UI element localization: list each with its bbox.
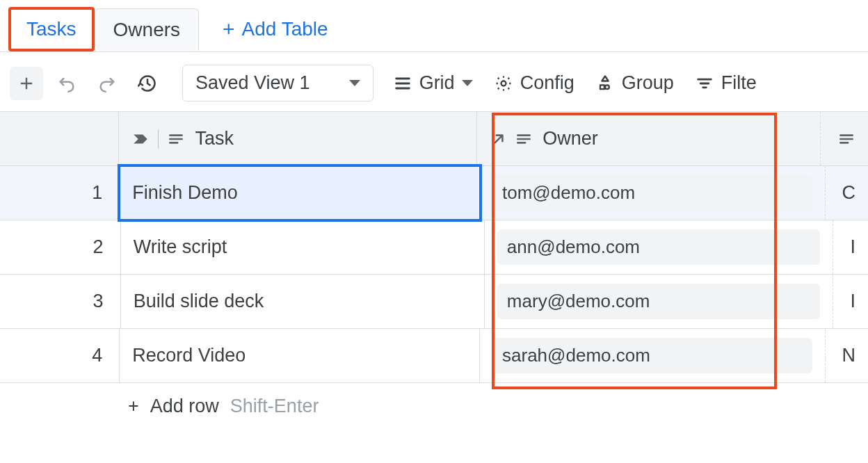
filter-button[interactable]: Filte bbox=[688, 65, 764, 101]
add-row-button[interactable]: + Add row Shift-Enter bbox=[0, 383, 868, 417]
table-row[interactable]: 2 Write script ann@demo.com I bbox=[0, 220, 868, 275]
cell-extra[interactable]: N bbox=[826, 329, 869, 382]
toolbar: Saved View 1 Grid Config Group Filte bbox=[0, 51, 868, 111]
row-number: 3 bbox=[0, 275, 121, 328]
grid-view-dropdown[interactable]: Grid bbox=[386, 65, 480, 101]
text-icon bbox=[837, 130, 855, 148]
redo-button[interactable] bbox=[90, 67, 124, 100]
undo-icon bbox=[57, 74, 77, 93]
filter-label: Filte bbox=[721, 72, 757, 94]
cell-owner[interactable]: tom@demo.com bbox=[480, 166, 825, 220]
plus-icon bbox=[17, 74, 36, 93]
row-number: 4 bbox=[0, 329, 120, 382]
cell-owner[interactable]: sarah@demo.com bbox=[480, 329, 825, 382]
plus-icon: + bbox=[223, 17, 235, 41]
cell-task[interactable]: Record Video bbox=[120, 329, 480, 382]
row-number: 2 bbox=[0, 220, 121, 274]
gear-icon bbox=[494, 74, 513, 93]
divider bbox=[158, 129, 159, 149]
table-row[interactable]: 3 Build slide deck mary@demo.com I bbox=[0, 275, 868, 329]
cell-owner[interactable]: ann@demo.com bbox=[485, 220, 834, 274]
redo-icon bbox=[97, 74, 117, 93]
data-grid: Task Owner 1 Finish Demo tom@demo.com C … bbox=[0, 111, 868, 383]
header-rownum[interactable] bbox=[0, 112, 119, 165]
tag-icon bbox=[131, 130, 150, 148]
add-table-label: Add Table bbox=[242, 18, 328, 40]
grid-area: Task Owner 1 Finish Demo tom@demo.com C … bbox=[0, 111, 868, 417]
column-header-extra[interactable] bbox=[821, 112, 868, 165]
column-header-owner[interactable]: Owner bbox=[477, 112, 821, 165]
plus-icon: + bbox=[128, 396, 139, 417]
text-icon bbox=[515, 130, 533, 148]
cell-extra[interactable]: I bbox=[833, 275, 868, 328]
group-button[interactable]: Group bbox=[588, 65, 681, 101]
add-button[interactable] bbox=[10, 67, 43, 100]
undo-button[interactable] bbox=[50, 67, 83, 100]
chevron-down-icon bbox=[349, 80, 360, 86]
tab-owners[interactable]: Owners bbox=[95, 8, 199, 51]
shapes-icon bbox=[595, 74, 615, 93]
history-icon bbox=[138, 74, 157, 93]
grid-label: Grid bbox=[419, 72, 455, 94]
filter-icon bbox=[695, 74, 714, 93]
list-icon bbox=[393, 74, 412, 93]
group-label: Group bbox=[622, 72, 674, 94]
column-header-task[interactable]: Task bbox=[119, 112, 477, 165]
config-button[interactable]: Config bbox=[487, 65, 581, 101]
arrow-out-icon bbox=[490, 130, 508, 148]
cell-task[interactable]: Build slide deck bbox=[121, 275, 485, 328]
owner-chip: mary@demo.com bbox=[497, 284, 821, 319]
svg-point-0 bbox=[501, 81, 506, 86]
history-button[interactable] bbox=[131, 67, 164, 100]
owner-header-label: Owner bbox=[542, 128, 598, 149]
chevron-down-icon bbox=[462, 80, 473, 86]
task-header-label: Task bbox=[195, 128, 234, 149]
cell-owner[interactable]: mary@demo.com bbox=[485, 275, 834, 328]
cell-extra[interactable]: I bbox=[833, 220, 868, 274]
saved-view-dropdown[interactable]: Saved View 1 bbox=[182, 65, 373, 101]
cell-task[interactable]: Write script bbox=[121, 220, 485, 274]
owner-chip: sarah@demo.com bbox=[492, 338, 812, 373]
add-row-label: Add row bbox=[150, 396, 219, 417]
owner-chip: tom@demo.com bbox=[492, 175, 812, 211]
table-tabs: Tasks Owners + Add Table bbox=[0, 0, 868, 51]
saved-view-label: Saved View 1 bbox=[195, 72, 310, 94]
cell-task[interactable]: Finish Demo bbox=[120, 166, 480, 220]
table-row[interactable]: 1 Finish Demo tom@demo.com C bbox=[0, 166, 868, 220]
owner-chip: ann@demo.com bbox=[497, 229, 821, 265]
table-row[interactable]: 4 Record Video sarah@demo.com N bbox=[0, 329, 868, 383]
cell-extra[interactable]: C bbox=[826, 166, 869, 220]
row-number: 1 bbox=[0, 166, 120, 220]
header-row: Task Owner bbox=[0, 112, 868, 166]
config-label: Config bbox=[520, 72, 574, 94]
add-table-button[interactable]: + Add Table bbox=[209, 8, 342, 51]
add-row-hint: Shift-Enter bbox=[230, 396, 319, 417]
tab-tasks[interactable]: Tasks bbox=[8, 7, 95, 51]
text-icon bbox=[167, 130, 185, 148]
